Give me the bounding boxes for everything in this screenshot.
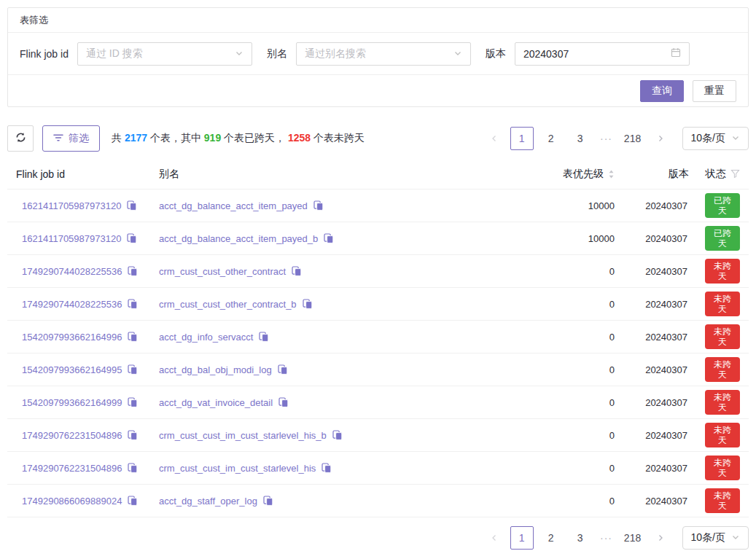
version-value: 20240307: [632, 430, 687, 441]
priority-cell: 0: [521, 332, 623, 343]
page-size-select[interactable]: 10条/页: [682, 526, 749, 550]
priority-cell: 0: [521, 430, 623, 441]
page-button-2[interactable]: 2: [539, 526, 563, 550]
table-row: 1542097993662164995 acct_dg_bal_obj_modi…: [7, 353, 749, 386]
page-button-1[interactable]: 1: [510, 127, 534, 150]
chevron-right-icon[interactable]: [650, 526, 671, 550]
table-row: 1749290866069889024 acct_dg_staff_oper_l…: [7, 485, 749, 517]
page-ellipsis[interactable]: ···: [598, 532, 615, 544]
job-id-link[interactable]: 1749290762231504896: [22, 430, 122, 441]
bottom-pagination-bar: 1 2 3 ··· 218 10条/页: [7, 526, 749, 550]
chevron-left-icon[interactable]: [484, 127, 504, 150]
summary-text: 共 2177 个表，其中 919 个表已跨天， 1258 个表未跨天: [112, 132, 365, 145]
alias-link[interactable]: acct_dg_bal_obj_modi_log: [159, 364, 272, 375]
alias-link[interactable]: crm_cust_cust_im_cust_starlevel_his_b: [159, 430, 327, 441]
job-id-link[interactable]: 1542097993662164999: [22, 397, 122, 408]
job-id-link[interactable]: 1749290866069889024: [22, 496, 122, 507]
copy-icon[interactable]: [313, 200, 324, 211]
chevron-left-icon[interactable]: [484, 526, 504, 550]
version-value: 20240307: [632, 200, 687, 211]
job-id-link[interactable]: 1621411705987973120: [22, 200, 121, 211]
alias-link[interactable]: acct_dg_balance_acct_item_payed: [159, 200, 308, 211]
status-badge: 未跨天: [705, 259, 740, 284]
alias-link[interactable]: crm_cust_cust_other_contract_b: [159, 299, 297, 310]
copy-icon[interactable]: [127, 233, 137, 243]
copy-icon[interactable]: [128, 332, 138, 342]
query-button[interactable]: 查询: [640, 80, 684, 102]
alias-link[interactable]: acct_dg_info_servacct: [159, 332, 253, 343]
status-badge: 未跨天: [705, 488, 740, 514]
job-id-link[interactable]: 1542097993662164996: [22, 332, 122, 343]
refresh-button[interactable]: [7, 125, 34, 152]
version-date-input[interactable]: 20240307: [515, 42, 690, 66]
alias-link[interactable]: crm_cust_cust_other_contract: [159, 266, 286, 277]
priority-cell: 10000: [521, 200, 623, 211]
copy-icon[interactable]: [128, 430, 138, 440]
page-button-3[interactable]: 3: [569, 526, 592, 550]
summary-crossed-count: 919: [204, 132, 221, 144]
version-cell: 20240307: [623, 463, 696, 474]
copy-icon[interactable]: [322, 463, 332, 473]
job-id-link[interactable]: 1621411705987973120: [22, 233, 121, 244]
page-button-last[interactable]: 218: [621, 127, 644, 150]
priority-value: 0: [530, 332, 615, 343]
copy-icon[interactable]: [303, 299, 313, 309]
job-id-link[interactable]: 1542097993662164995: [22, 364, 122, 375]
job-id-link[interactable]: 1749290762231504896: [22, 463, 122, 474]
version-value: 20240307: [632, 463, 687, 474]
copy-icon[interactable]: [278, 397, 289, 407]
filter-button-label: 筛选: [69, 132, 89, 145]
copy-icon[interactable]: [263, 496, 273, 506]
funnel-filter-icon[interactable]: [730, 169, 740, 179]
page-button-1[interactable]: 1: [510, 526, 534, 550]
copy-icon[interactable]: [278, 364, 288, 375]
job-id-cell: 1542097993662164999: [7, 397, 150, 408]
refresh-icon: [15, 132, 26, 145]
copy-icon[interactable]: [128, 496, 138, 506]
copy-icon[interactable]: [332, 430, 343, 440]
copy-icon[interactable]: [128, 299, 138, 309]
copy-icon[interactable]: [259, 332, 269, 342]
copy-icon[interactable]: [127, 200, 137, 211]
column-header-alias: 别名: [150, 168, 521, 181]
chevron-down-icon: [731, 532, 740, 544]
copy-icon[interactable]: [128, 397, 138, 407]
filter-button[interactable]: 筛选: [42, 125, 100, 152]
job-id-select[interactable]: 通过 ID 搜索: [77, 42, 252, 66]
page-button-last[interactable]: 218: [621, 526, 644, 550]
alias-link[interactable]: acct_dg_vat_invoice_detail: [159, 397, 273, 408]
status-cell: 未跨天: [696, 423, 749, 448]
copy-icon[interactable]: [324, 233, 334, 243]
page-ellipsis[interactable]: ···: [598, 133, 615, 144]
chevron-right-icon[interactable]: [650, 127, 671, 150]
job-id-cell: 1749290744028225536: [7, 266, 150, 277]
copy-icon[interactable]: [128, 463, 138, 473]
copy-icon[interactable]: [128, 266, 138, 276]
filter-fields-row: Flink job id 通过 ID 搜索 别名 通过别名搜索 版本 20240…: [8, 33, 748, 75]
status-badge: 未跨天: [705, 423, 740, 448]
top-pagination: 1 2 3 ··· 218 10条/页: [484, 127, 749, 150]
job-id-label: Flink job id: [20, 48, 69, 60]
filter-actions-row: 查询 重置: [8, 75, 748, 106]
job-id-link[interactable]: 1749290744028225536: [22, 266, 122, 277]
alias-link[interactable]: acct_dg_staff_oper_log: [159, 496, 257, 507]
alias-link[interactable]: acct_dg_balance_acct_item_payed_b: [159, 233, 318, 244]
page-size-select[interactable]: 10条/页: [682, 127, 749, 150]
priority-cell: 0: [521, 397, 623, 408]
copy-icon[interactable]: [128, 364, 138, 375]
status-badge: 未跨天: [705, 456, 740, 481]
priority-cell: 10000: [521, 233, 623, 244]
version-cell: 20240307: [623, 430, 696, 441]
column-header-priority: 表优先级: [521, 168, 623, 181]
page-button-2[interactable]: 2: [539, 127, 563, 150]
copy-icon[interactable]: [292, 266, 302, 276]
sort-icon[interactable]: [608, 169, 615, 179]
job-id-link[interactable]: 1749290744028225536: [22, 299, 122, 310]
column-header-version: 版本: [623, 168, 696, 181]
table-body: 1621411705987973120 acct_dg_balance_acct…: [7, 189, 749, 517]
alias-link[interactable]: crm_cust_cust_im_cust_starlevel_his: [159, 463, 316, 474]
reset-button[interactable]: 重置: [693, 80, 736, 102]
alias-select[interactable]: 通过别名搜索: [296, 42, 471, 66]
calendar-icon: [671, 47, 681, 60]
page-button-3[interactable]: 3: [569, 127, 592, 150]
